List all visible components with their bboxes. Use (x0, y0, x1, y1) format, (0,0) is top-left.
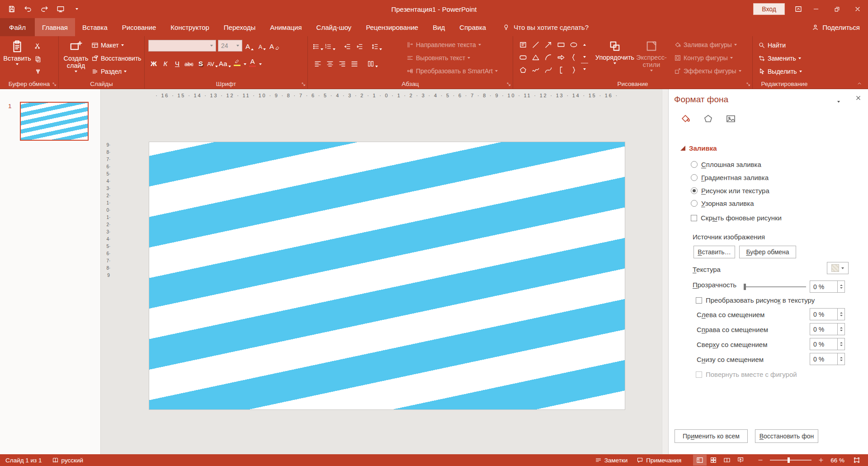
slide-indicator[interactable]: Слайд 1 из 1 (5, 457, 42, 464)
character-spacing-button[interactable]: AV (207, 57, 218, 69)
share-button[interactable]: Поделиться (803, 18, 868, 36)
vertical-ruler[interactable]: 9·8·7·6·5·4·3·2·1·0·1·2·3·4·5·6·7·8·9 (105, 142, 112, 410)
hide-background-checkbox[interactable]: Скрыть фоновые рисунки (691, 214, 782, 222)
chevron-down-icon[interactable] (259, 63, 262, 65)
align-text-button[interactable]: Выровнять текст (406, 52, 511, 64)
layout-button[interactable]: Макет (91, 39, 142, 52)
font-dialog-launcher[interactable] (301, 82, 306, 87)
grow-font-button[interactable]: А (244, 40, 255, 52)
shape-arc-button[interactable] (542, 51, 554, 63)
slide-sorter-view-button[interactable] (707, 455, 720, 466)
apply-to-all-button[interactable]: Применить ко всем (675, 429, 748, 443)
paragraph-dialog-launcher[interactable] (506, 82, 511, 87)
comments-button[interactable]: Примечания (637, 457, 681, 464)
texture-dropdown-button[interactable] (827, 262, 849, 274)
numbering-button[interactable] (325, 40, 335, 52)
sign-in-button[interactable]: Вход (753, 3, 785, 15)
shape-triangle-button[interactable] (529, 51, 542, 63)
line-spacing-button[interactable] (371, 40, 382, 52)
clipboard-dialog-launcher[interactable] (52, 82, 57, 87)
insert-picture-button[interactable]: Вставить… (693, 246, 735, 258)
text-highlight-button[interactable] (232, 57, 243, 69)
align-right-button[interactable] (337, 57, 348, 69)
effects-category-button[interactable] (702, 113, 714, 124)
normal-view-button[interactable] (693, 455, 707, 466)
columns-button[interactable] (367, 57, 378, 69)
redo-button[interactable] (37, 2, 52, 16)
spinner-arrows[interactable] (837, 323, 844, 335)
reset-slide-button[interactable]: Восстановить (91, 52, 142, 65)
radio-picture-or-texture-fill[interactable]: Рисунок или текстура (691, 187, 769, 195)
slide-canvas[interactable] (149, 142, 625, 410)
offset-bottom-spinbox[interactable]: 0 % (810, 353, 845, 365)
radio-gradient-fill[interactable]: Градиентная заливка (691, 174, 769, 181)
clipboard-source-button[interactable]: Буфер обмена (739, 246, 796, 258)
justify-button[interactable] (349, 57, 360, 69)
shapes-scroll-up-button[interactable] (581, 38, 588, 51)
spinner-arrows[interactable] (837, 309, 844, 320)
shape-textbox-button[interactable] (517, 38, 529, 51)
offset-right-spinbox[interactable]: 0 % (810, 323, 845, 335)
section-button[interactable]: Раздел (91, 65, 142, 78)
bold-button[interactable]: Ж (148, 57, 159, 69)
panel-options-button[interactable] (837, 96, 840, 104)
italic-button[interactable]: К (160, 57, 171, 69)
tab-help[interactable]: Справка (452, 18, 493, 36)
chevron-down-icon[interactable] (244, 63, 246, 65)
zoom-in-button[interactable] (814, 455, 828, 466)
shape-rounded-rectangle-button[interactable] (517, 51, 529, 63)
shape-scribble-button[interactable] (529, 64, 542, 76)
collapse-ribbon-button[interactable] (856, 81, 863, 86)
font-size-combo[interactable]: 24 (218, 40, 242, 52)
shape-bracket-button[interactable] (555, 64, 567, 76)
shapes-scroll-down-button[interactable] (581, 51, 588, 63)
tab-slideshow[interactable]: Слайд-шоу (309, 18, 359, 36)
copy-button[interactable] (32, 53, 44, 65)
quick-styles-button[interactable]: Экспресс-стили (632, 36, 670, 79)
spinner-arrows[interactable] (837, 353, 844, 365)
find-button[interactable]: Найти (758, 39, 816, 52)
start-slideshow-button[interactable] (53, 2, 68, 16)
fill-category-button[interactable] (679, 113, 691, 124)
spinner-arrows[interactable] (837, 338, 844, 350)
proofing-status[interactable]: русский (52, 457, 83, 464)
panel-close-button[interactable] (855, 95, 862, 101)
shape-line-button[interactable] (529, 38, 542, 51)
format-painter-button[interactable] (32, 66, 44, 78)
convert-to-smartart-button[interactable]: Преобразовать в SmartArt (406, 65, 511, 77)
shape-effects-button[interactable]: Эффекты фигуры (674, 65, 750, 77)
notes-button[interactable]: Заметки (595, 457, 628, 464)
slider-handle[interactable] (744, 284, 746, 290)
slide-thumbnail[interactable] (20, 102, 89, 141)
save-button[interactable] (5, 2, 19, 16)
font-color-button[interactable]: А (247, 57, 258, 69)
tab-review[interactable]: Рецензирование (359, 18, 425, 36)
tab-transitions[interactable]: Переходы (217, 18, 263, 36)
text-direction-button[interactable]: Направление текста (406, 38, 511, 51)
spinner-arrows[interactable] (837, 281, 844, 292)
zoom-slider[interactable] (770, 460, 811, 461)
restore-button[interactable] (826, 0, 847, 18)
picture-category-button[interactable] (725, 113, 736, 124)
bullets-button[interactable] (312, 40, 323, 52)
tab-draw[interactable]: Рисование (115, 18, 164, 36)
shape-outline-button[interactable]: Контур фигуры (674, 52, 750, 64)
paste-button[interactable]: Вставить (3, 36, 32, 79)
decrease-indent-button[interactable] (342, 40, 353, 52)
transparency-slider[interactable] (745, 286, 806, 287)
align-left-button[interactable] (312, 57, 323, 69)
transparency-spinbox[interactable]: 0 % (810, 281, 845, 293)
shape-arrow-button[interactable] (542, 38, 554, 51)
shape-right-brace-button[interactable] (567, 64, 580, 76)
font-name-combo[interactable] (148, 40, 216, 52)
tile-as-texture-checkbox[interactable]: Преобразовать рисунок в текстуру (696, 296, 815, 304)
undo-button[interactable] (21, 2, 35, 16)
tab-animations[interactable]: Анимация (263, 18, 309, 36)
shrink-font-button[interactable]: А (257, 40, 268, 52)
reset-background-button[interactable]: Восстановить фон (755, 429, 818, 443)
tab-file[interactable]: Файл (0, 18, 35, 36)
replace-button[interactable]: Заменить (758, 52, 816, 65)
slideshow-view-button[interactable] (734, 455, 747, 466)
shape-rectangle-button[interactable] (555, 38, 567, 51)
zoom-slider-handle[interactable] (788, 457, 790, 463)
